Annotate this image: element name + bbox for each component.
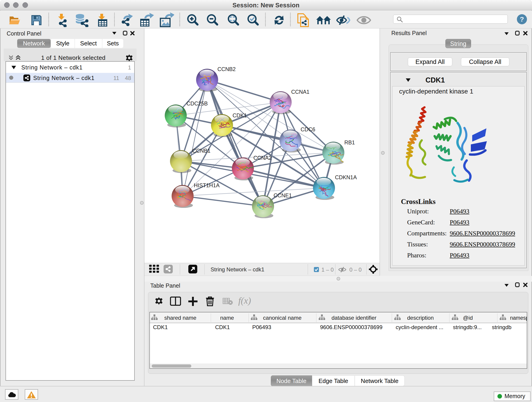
svg-text:CDC25B: CDC25B bbox=[186, 101, 208, 107]
svg-text:CCNB1: CCNB1 bbox=[192, 148, 210, 154]
svg-text:HIST1H1A: HIST1H1A bbox=[194, 182, 220, 188]
svg-text:CCNB2: CCNB2 bbox=[217, 66, 236, 72]
svg-text:CCNA2: CCNA2 bbox=[253, 155, 272, 161]
svg-text:RB1: RB1 bbox=[344, 140, 355, 146]
svg-text:CDC6: CDC6 bbox=[301, 127, 315, 133]
svg-text:CCNA1: CCNA1 bbox=[291, 89, 310, 95]
svg-text:CDKN1A: CDKN1A bbox=[335, 174, 357, 180]
svg-text:CCNE1: CCNE1 bbox=[273, 192, 292, 198]
svg-text:?: ? bbox=[520, 15, 524, 23]
svg-text:CDK1: CDK1 bbox=[233, 113, 247, 119]
